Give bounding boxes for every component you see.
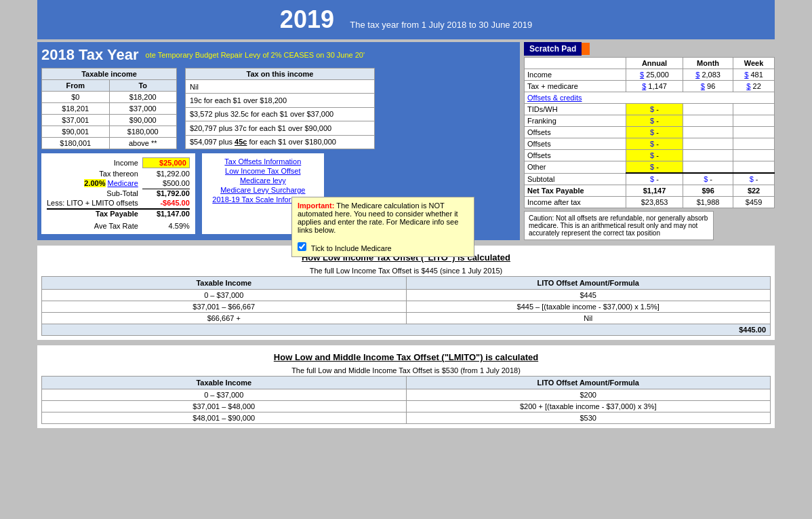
table-row: Nil [186,80,375,94]
taxable-income-header: Taxable income [42,69,177,80]
ave-tax-row: Ave Tax Rate 4.59% [47,222,190,230]
scratch-offsets-label: Offsets & credits [525,92,775,104]
subtotal-label: Sub-Total [47,189,138,197]
scratch-offsets3-row: Offsets $ - [525,150,775,161]
scratch-col-month: Month [683,58,733,69]
scratch-offsets2-row: Offsets $ - [525,138,775,150]
subtotal-value: $1,792.00 [142,189,190,197]
medicare-row: 2.00% Medicare $500.00 [47,179,190,187]
lito-total-row: $445.00 [42,324,771,336]
scratch-offsets2-value[interactable]: $ - [626,138,683,150]
net-tax-annual: $1,147 [626,185,683,197]
lmito-subtitle: The full Low and Middle Income Tax Offse… [41,365,771,376]
income-value[interactable]: $25,000 [142,157,190,168]
scratch-tids-value[interactable]: $ - [626,104,683,115]
lito-value: -$645.00 [142,199,190,207]
scratch-franking-value[interactable]: $ - [626,115,683,127]
tax-year-title: 2018 Tax Year [41,46,139,64]
tax-on-income-header: Tax on this income [186,69,375,80]
lito-col2: LITO Offset Amount/Formula [406,277,771,290]
table-row: $90,001$180,000 [42,126,177,138]
lmito-row3: $48,001 – $90,000 $530 [42,412,771,424]
scratch-offsets1-row: Offsets $ - [525,127,775,138]
tax-payable-row: Tax Payable $1,147.00 [47,208,190,218]
scratch-tax-label: Tax + medicare [525,81,626,92]
lito-section: How Low Income Tax Offset ("LITO") is ca… [37,246,775,340]
tax-payable-label: Tax Payable [47,210,138,218]
net-tax-week: $22 [733,185,775,197]
lito-subtitle: The full Low Income Tax Offset is $445 (… [41,265,771,276]
scratch-col-annual: Annual [626,58,683,69]
medicare-pct[interactable]: 2.00% [84,179,105,187]
calc-left: Income $25,000 Tax thereon $1,292.00 2.0… [41,153,195,234]
scratch-header-row: Scratch Pad [524,42,775,56]
tax-offsets-link[interactable]: Tax Offsets Information [207,157,319,166]
medicare-value: $500.00 [142,179,190,187]
lmito-col1: Taxable Income [42,377,407,389]
medicare-surcharge-link[interactable]: Medicare Levy Surcharge [207,186,319,194]
table-row: $18,201$37,000 [42,103,177,115]
scratch-tids-row: TIDs/WH $ - [525,104,775,115]
table-row: 19c for each $1 over $18,200 [186,94,375,107]
popup-checkbox-text: Tick to Include Medicare [311,244,392,252]
income-after-label: Income after tax [525,197,626,208]
table-row: $37,001$90,000 [42,115,177,126]
lito-row1: 0 – $37,000 $445 [42,290,771,301]
scratch-pad-title: Scratch Pad [524,42,582,56]
table-row: $54,097 plus 45c for each $1 over $180,0… [186,135,375,149]
medicare-levy-link[interactable]: Medicare levy [207,176,319,185]
income-after-week: $459 [733,197,775,208]
caution-box: Caution: Not all offsets are refundable,… [524,211,714,240]
lito-col1: Taxable Income [42,277,407,290]
scratch-pad-section: Scratch Pad Annual Month Week Income $ 2… [524,42,775,240]
income-after-month: $1,988 [683,197,733,208]
scratch-income-month: $ 2,083 [683,69,733,81]
scratch-income-row: Income $ 25,000 $ 2,083 $ 481 [525,69,775,81]
scratch-franking-row: Franking $ - [525,115,775,127]
table-row: $3,572 plus 32.5c for each $1 over $37,0… [186,107,375,121]
medicare-include-checkbox[interactable] [298,242,306,251]
tax-payable-value: $1,147.00 [142,210,190,218]
to-col-header: To [109,80,177,92]
lmito-table: Taxable Income LITO Offset Amount/Formul… [41,376,771,424]
net-tax-month: $96 [683,185,733,197]
popup-important: Important: [298,201,334,210]
scratch-offsets3-value[interactable]: $ - [626,150,683,161]
scratch-offsets-header-row: Offsets & credits [525,92,775,104]
scratch-income-label: Income [525,69,626,81]
low-income-link[interactable]: Low Income Tax Offset [207,167,319,175]
taxable-income-table: Taxable income From To $0$18,200 $18,201… [41,68,177,149]
scratch-income-annual: $ 25,000 [626,69,683,81]
income-after-tax-row: Income after tax $23,853 $1,988 $459 [525,197,775,208]
tax-thereon-row: Tax thereon $1,292.00 [47,170,190,178]
header-year: 2019 [280,5,334,34]
ave-tax-value: 4.59% [142,222,190,230]
income-after-annual: $23,853 [626,197,683,208]
scratch-offsets1-label: Offsets [525,127,626,138]
scratch-tax-row: Tax + medicare $ 1,147 $ 96 $ 22 [525,81,775,92]
scratch-col-week: Week [733,58,775,69]
scratch-tax-week: $ 22 [733,81,775,92]
medicare-link[interactable]: Medicare [108,179,138,187]
scratch-franking-label: Franking [525,115,626,127]
scratch-pad-corner [582,43,590,55]
scratch-tax-annual: $ 1,147 [626,81,683,92]
scratch-table: Annual Month Week Income $ 25,000 $ 2,08… [524,57,775,208]
header-subtitle: The tax year from 1 July 2018 to 30 June… [350,20,532,30]
scratch-tids-label: TIDs/WH [525,104,626,115]
lmito-row2: $37,001 – $48,000 $200 + [(taxable incom… [42,401,771,412]
income-row: Income $25,000 [47,157,190,168]
medicare-popup: Important: The Medicare calculation is N… [291,197,474,257]
scratch-other-value[interactable]: $ - [626,161,683,174]
table-row: $20,797 plus 37c for each $1 over $90,00… [186,121,375,135]
scratch-subtotal-label: Subtotal [525,173,626,185]
header-bar: 2019 The tax year from 1 July 2018 to 30… [37,0,775,39]
scratch-offsets1-value[interactable]: $ - [626,127,683,138]
tax-on-income-table: Tax on this income Nil 19c for each $1 o… [185,68,375,149]
lito-row2: $37,001 – $66,667 $445 – [(taxable incom… [42,301,771,313]
popup-checkbox-label[interactable]: Tick to Include Medicare [298,244,392,252]
lmito-section: How Low and Middle Income Tax Offset ("L… [37,345,775,428]
tax-tables-wrapper: Taxable income From To $0$18,200 $18,201… [41,68,516,149]
net-tax-label: Net Tax Payable [525,185,626,197]
lito-table: Taxable Income LITO Offset Amount/Formul… [41,276,771,336]
